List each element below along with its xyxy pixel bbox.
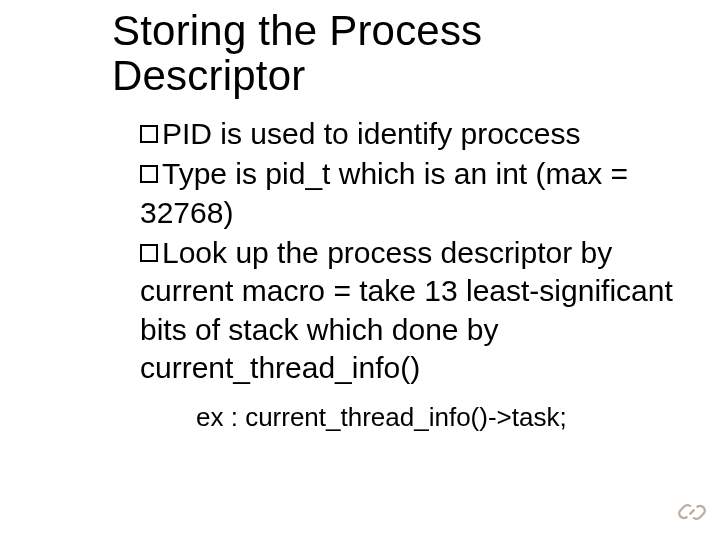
- example-text: ex : current_thread_info()->task;: [140, 401, 680, 435]
- bullet-text: PID is used to identify proccess: [162, 117, 581, 150]
- checkbox-icon: [140, 244, 158, 262]
- slide-title: Storing the Process Descriptor: [112, 8, 680, 99]
- bullet-item: PID is used to identify proccess: [140, 115, 680, 153]
- checkbox-icon: [140, 165, 158, 183]
- slide: Storing the Process Descriptor PID is us…: [0, 0, 720, 540]
- chain-link-icon: [678, 498, 706, 526]
- slide-body: PID is used to identify proccess Type is…: [112, 115, 680, 436]
- bullet-text: Type is pid_t which is an int (max = 327…: [140, 157, 628, 228]
- bullet-item: Look up the process descriptor by curren…: [140, 234, 680, 388]
- checkbox-icon: [140, 125, 158, 143]
- bullet-item: Type is pid_t which is an int (max = 327…: [140, 155, 680, 232]
- bullet-text: Look up the process descriptor by curren…: [140, 236, 673, 384]
